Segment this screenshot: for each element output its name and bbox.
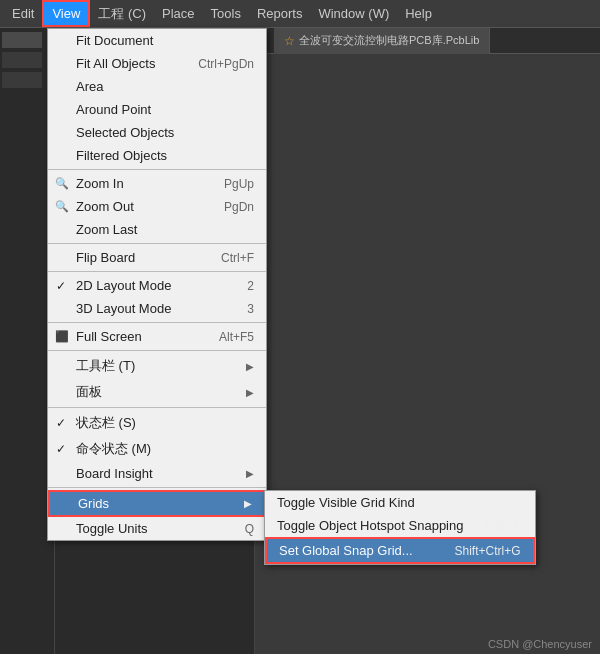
- grids-label: Grids: [78, 496, 109, 511]
- menu-fit-document[interactable]: Fit Document: [48, 29, 266, 52]
- 2d-layout-label: 2D Layout Mode: [76, 278, 171, 293]
- menu-flip-board[interactable]: Flip Board Ctrl+F: [48, 246, 266, 269]
- menu-help[interactable]: Help: [397, 2, 440, 25]
- set-global-snap-shortcut: Shift+Ctrl+G: [434, 544, 520, 558]
- menu-selected-objects[interactable]: Selected Objects: [48, 121, 266, 144]
- toolbar-label: 工具栏 (T): [76, 357, 135, 375]
- toggle-units-label: Toggle Units: [76, 521, 148, 536]
- 3d-layout-label: 3D Layout Mode: [76, 301, 171, 316]
- selected-objects-label: Selected Objects: [76, 125, 174, 140]
- menu-full-screen[interactable]: ⬛ Full Screen Alt+F5: [48, 325, 266, 348]
- sep-3: [48, 271, 266, 272]
- flip-board-label: Flip Board: [76, 250, 135, 265]
- attribution: CSDN @Chencyuser: [488, 638, 592, 650]
- menu-zoom-out[interactable]: 🔍 Zoom Out PgDn: [48, 195, 266, 218]
- 3d-shortcut: 3: [227, 302, 254, 316]
- sidebar-icon-2: [2, 52, 42, 68]
- tab-bar: × ☆ 全波可变交流控制电路PCB库.PcbLib: [255, 28, 600, 54]
- zoom-out-icon: 🔍: [54, 199, 70, 215]
- fullscreen-icon: ⬛: [54, 329, 70, 345]
- panel-label: 面板: [76, 383, 102, 401]
- attribution-text: CSDN @Chencyuser: [488, 638, 592, 650]
- submenu-toggle-hotspot[interactable]: Toggle Object Hotspot Snapping Shift+E: [265, 514, 535, 537]
- sep-1: [48, 169, 266, 170]
- 2d-shortcut: 2: [227, 279, 254, 293]
- menu-zoom-last[interactable]: Zoom Last: [48, 218, 266, 241]
- zoom-out-shortcut: PgDn: [204, 200, 254, 214]
- zoom-last-label: Zoom Last: [76, 222, 137, 237]
- 2d-check: ✓: [56, 279, 66, 293]
- menu-area[interactable]: Area: [48, 75, 266, 98]
- toolbar-arrow: ▶: [246, 361, 254, 372]
- full-screen-shortcut: Alt+F5: [199, 330, 254, 344]
- menu-toggle-units[interactable]: Toggle Units Q: [48, 517, 266, 540]
- tab-pcblib[interactable]: ☆ 全波可变交流控制电路PCB库.PcbLib: [274, 28, 490, 54]
- menu-view[interactable]: View: [42, 0, 90, 27]
- menu-tools[interactable]: Tools: [203, 2, 249, 25]
- toggle-units-shortcut: Q: [225, 522, 254, 536]
- sep-2: [48, 243, 266, 244]
- menu-filtered-objects[interactable]: Filtered Objects: [48, 144, 266, 167]
- menu-zoom-in[interactable]: 🔍 Zoom In PgUp: [48, 172, 266, 195]
- board-insight-label: Board Insight: [76, 466, 153, 481]
- menu-gongcheng[interactable]: 工程 (C): [90, 1, 154, 27]
- menu-2d-layout[interactable]: ✓ 2D Layout Mode 2: [48, 274, 266, 297]
- menu-cmd-status[interactable]: ✓ 命令状态 (M): [48, 436, 266, 462]
- zoom-in-icon: 🔍: [54, 176, 70, 192]
- fit-all-label: Fit All Objects: [76, 56, 155, 71]
- menu-place[interactable]: Place: [154, 2, 203, 25]
- board-insight-arrow: ▶: [246, 468, 254, 479]
- full-screen-label: Full Screen: [76, 329, 142, 344]
- flip-board-shortcut: Ctrl+F: [201, 251, 254, 265]
- panel-arrow: ▶: [246, 387, 254, 398]
- zoom-in-label: Zoom In: [76, 176, 124, 191]
- menu-edit[interactable]: Edit: [4, 2, 42, 25]
- sep-7: [48, 487, 266, 488]
- menu-fit-all-objects[interactable]: Fit All Objects Ctrl+PgDn: [48, 52, 266, 75]
- tab-title: 全波可变交流控制电路PCB库.PcbLib: [299, 33, 479, 48]
- filtered-objects-label: Filtered Objects: [76, 148, 167, 163]
- tab-icon: ☆: [284, 34, 295, 48]
- view-dropdown: Fit Document Fit All Objects Ctrl+PgDn A…: [47, 28, 267, 541]
- menu-panel[interactable]: 面板 ▶: [48, 379, 266, 405]
- submenu-set-global-snap[interactable]: Set Global Snap Grid... Shift+Ctrl+G: [265, 537, 535, 564]
- submenu-toggle-visible[interactable]: Toggle Visible Grid Kind: [265, 491, 535, 514]
- menu-board-insight[interactable]: Board Insight ▶: [48, 462, 266, 485]
- grids-submenu: Toggle Visible Grid Kind Toggle Object H…: [264, 490, 536, 565]
- menu-window[interactable]: Window (W): [310, 2, 397, 25]
- menu-bar: Edit View 工程 (C) Place Tools Reports Win…: [0, 0, 600, 28]
- around-point-label: Around Point: [76, 102, 151, 117]
- status-check: ✓: [56, 416, 66, 430]
- sep-4: [48, 322, 266, 323]
- menu-around-point[interactable]: Around Point: [48, 98, 266, 121]
- menu-status-bar[interactable]: ✓ 状态栏 (S): [48, 410, 266, 436]
- toggle-visible-label: Toggle Visible Grid Kind: [277, 495, 415, 510]
- menu-toolbar[interactable]: 工具栏 (T) ▶: [48, 353, 266, 379]
- toggle-hotspot-label: Toggle Object Hotspot Snapping: [277, 518, 463, 533]
- menu-3d-layout[interactable]: 3D Layout Mode 3: [48, 297, 266, 320]
- fit-document-label: Fit Document: [76, 33, 153, 48]
- status-bar-label: 状态栏 (S): [76, 414, 136, 432]
- set-global-snap-label: Set Global Snap Grid...: [279, 543, 413, 558]
- fit-all-shortcut: Ctrl+PgDn: [178, 57, 254, 71]
- sidebar-icon-1: [2, 32, 42, 48]
- zoom-in-shortcut: PgUp: [204, 177, 254, 191]
- sep-5: [48, 350, 266, 351]
- sidebar-icon-3: [2, 72, 42, 88]
- area-label: Area: [76, 79, 103, 94]
- grids-arrow: ▶: [244, 498, 252, 509]
- zoom-out-label: Zoom Out: [76, 199, 134, 214]
- menu-grids[interactable]: Grids ▶ Toggle Visible Grid Kind Toggle …: [48, 490, 266, 517]
- toggle-hotspot-shortcut: Shift+E: [463, 519, 522, 533]
- sep-6: [48, 407, 266, 408]
- cmd-check: ✓: [56, 442, 66, 456]
- menu-reports[interactable]: Reports: [249, 2, 311, 25]
- cmd-status-label: 命令状态 (M): [76, 440, 151, 458]
